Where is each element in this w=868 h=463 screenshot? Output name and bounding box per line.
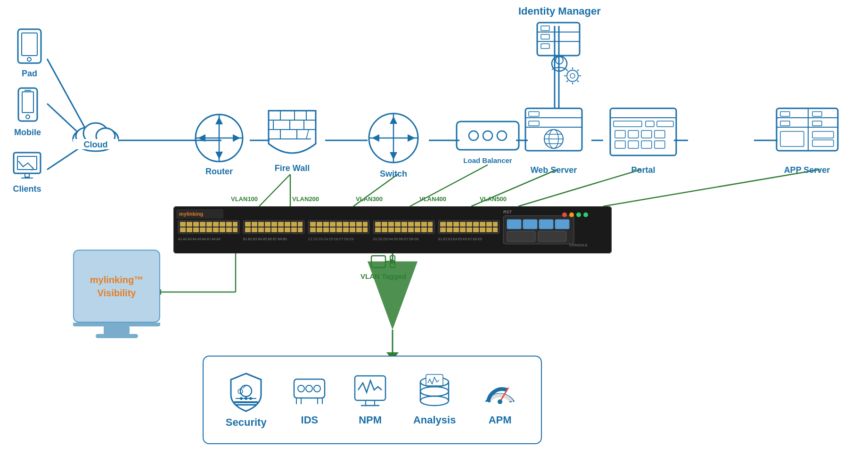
svg-rect-205 [440, 222, 446, 227]
svg-rect-107 [628, 130, 639, 138]
svg-point-71 [483, 131, 492, 140]
svg-marker-66 [390, 152, 397, 160]
web-server-node: Web Server [523, 106, 584, 175]
svg-rect-158 [252, 227, 257, 232]
svg-rect-168 [317, 222, 322, 227]
svg-rect-165 [298, 227, 303, 232]
svg-text:CONSOLE: CONSOLE [569, 243, 588, 247]
svg-rect-216 [453, 227, 459, 232]
svg-rect-227 [555, 219, 569, 229]
svg-rect-119 [780, 121, 790, 126]
svg-text:B1  B2  B3  B4  B5  B6  B7  B8: B1 B2 B3 B4 B5 B6 B7 B8 B9 [243, 237, 287, 241]
svg-marker-67 [372, 134, 379, 142]
web-server-label: Web Server [531, 165, 577, 175]
svg-rect-252 [236, 404, 256, 406]
svg-rect-138 [180, 227, 186, 232]
svg-rect-220 [480, 227, 485, 232]
svg-rect-146 [233, 227, 237, 232]
firewall-node: Fire Wall [264, 106, 320, 173]
svg-rect-132 [200, 222, 205, 227]
analysis-tool: Analysis [413, 374, 456, 426]
svg-point-273 [420, 396, 449, 406]
svg-line-89 [577, 70, 579, 71]
vlan-tagged-icon: B [370, 253, 396, 272]
cloud-node: Cloud [70, 115, 122, 153]
pad-node: Pad [14, 28, 45, 79]
svg-text:A1  A2  A3  A4  A5  A6  A7  A8: A1 A2 A3 A4 A5 A6 A7 A8 A9 [178, 237, 221, 241]
svg-rect-144 [220, 227, 225, 232]
firewall-icon [264, 106, 320, 167]
web-server-icon [523, 106, 584, 162]
svg-rect-108 [641, 130, 652, 138]
svg-rect-198 [395, 227, 401, 232]
svg-point-72 [497, 131, 507, 140]
switch-icon [365, 110, 422, 166]
svg-rect-213 [493, 222, 498, 227]
svg-point-82 [570, 73, 575, 78]
svg-rect-30 [18, 88, 37, 121]
svg-rect-191 [408, 222, 414, 227]
vlan200-label: VLAN200 [292, 195, 319, 203]
svg-rect-175 [363, 222, 368, 227]
svg-rect-202 [421, 227, 427, 232]
portal-label: Portal [631, 165, 655, 175]
svg-rect-182 [350, 227, 355, 232]
svg-rect-77 [541, 34, 549, 39]
svg-rect-121 [812, 112, 822, 116]
svg-rect-222 [493, 227, 498, 232]
svg-rect-207 [453, 222, 459, 227]
svg-rect-197 [388, 227, 394, 232]
vlan500-label: VLAN500 [480, 195, 507, 203]
svg-rect-78 [541, 44, 549, 49]
load-balancer-node: Load Balancer [455, 117, 521, 164]
svg-point-276 [498, 399, 502, 404]
svg-rect-150 [258, 222, 264, 227]
svg-rect-131 [193, 222, 199, 227]
svg-rect-206 [447, 222, 452, 227]
svg-rect-181 [343, 227, 349, 232]
security-tool: Security [226, 371, 267, 429]
svg-marker-49 [233, 134, 240, 142]
app-server-node: APP Server [773, 106, 841, 175]
svg-rect-145 [226, 227, 232, 232]
svg-point-70 [469, 131, 478, 140]
svg-point-81 [567, 70, 578, 81]
svg-rect-31 [22, 92, 33, 113]
svg-rect-69 [457, 122, 519, 150]
svg-rect-120 [780, 131, 804, 146]
mylinking-monitor: mylinking™ Visibility [73, 250, 160, 338]
svg-text:D1  D2  D3  D4  D5  D6  D7  D8: D1 D2 D3 D4 D5 D6 D7 D8 D9 [373, 237, 418, 241]
svg-rect-208 [460, 222, 466, 227]
svg-rect-153 [278, 222, 284, 227]
mobile-icon [16, 87, 40, 125]
diagram-container: Pad Mobile Clients [0, 0, 868, 463]
svg-rect-151 [265, 222, 270, 227]
svg-rect-162 [278, 227, 284, 232]
mylinking-text-line1: mylinking™ [90, 273, 143, 286]
svg-point-231 [569, 212, 574, 217]
svg-rect-140 [193, 227, 199, 232]
mobile-label: Mobile [14, 128, 41, 138]
svg-rect-109 [655, 130, 665, 138]
svg-rect-103 [614, 121, 642, 127]
svg-rect-134 [213, 222, 219, 227]
svg-rect-217 [460, 227, 466, 232]
svg-rect-163 [285, 227, 290, 232]
clients-icon [12, 151, 42, 181]
svg-rect-203 [428, 227, 433, 232]
svg-rect-241 [371, 256, 385, 268]
svg-rect-139 [187, 227, 192, 232]
svg-point-258 [314, 385, 320, 392]
npm-tool: NPM [352, 374, 388, 426]
svg-rect-192 [415, 222, 420, 227]
svg-rect-186 [375, 222, 381, 227]
router-node: Router [193, 112, 245, 177]
pad-label: Pad [22, 69, 37, 79]
svg-rect-76 [541, 26, 549, 31]
svg-rect-224 [507, 219, 521, 229]
svg-rect-155 [291, 222, 297, 227]
portal-node: Portal [608, 106, 679, 175]
svg-rect-178 [323, 227, 329, 232]
clients-label: Clients [13, 184, 41, 194]
switch-label: Switch [380, 169, 407, 179]
